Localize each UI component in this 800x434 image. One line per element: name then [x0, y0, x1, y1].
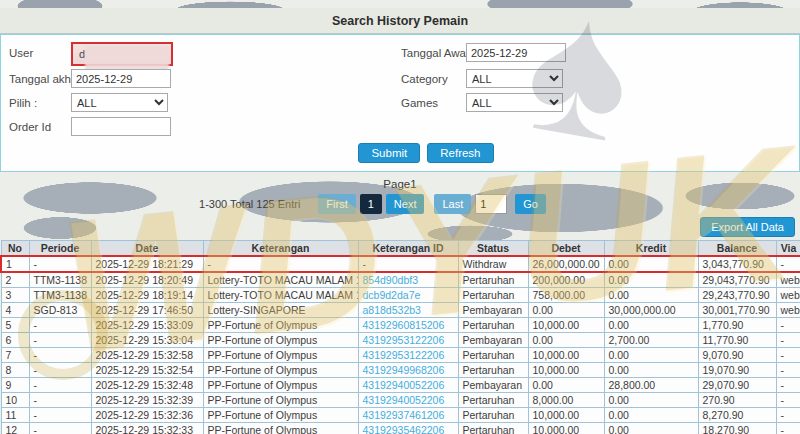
submit-button[interactable]: Submit [358, 143, 420, 163]
cell-periode: - [29, 393, 91, 408]
cell-balance: 3,043,770.90 [698, 256, 776, 272]
cell-balance: 30,001,770.90 [698, 303, 776, 318]
cell-no: 9 [1, 378, 29, 393]
keterangan-id-link[interactable]: dcb9d2da7e [363, 289, 421, 301]
cell-debet: 0.00 [528, 303, 604, 318]
cell-status: Pertaruhan [458, 393, 528, 408]
form-button-row: Submit Refresh [1, 143, 800, 163]
tanggal-awal-label: Tanggal Awal [401, 47, 469, 59]
table-row: 7-2025-12-29 15:32:58PP-Fortune of Olymp… [1, 348, 800, 363]
cell-via: - [776, 333, 800, 348]
pilih-select[interactable]: ALL [71, 93, 168, 112]
column-header-status: Status [458, 241, 528, 257]
cell-no: 2 [1, 272, 29, 288]
last-page-button[interactable]: Last [434, 194, 471, 214]
cell-periode: - [29, 378, 91, 393]
table-row: 9-2025-12-29 15:32:48PP-Fortune of Olymp… [1, 378, 800, 393]
table-row: 11-2025-12-29 15:32:36PP-Fortune of Olym… [1, 408, 800, 423]
cell-kredit: 2,700.00 [604, 333, 698, 348]
cell-status: Pembayaran [458, 333, 528, 348]
cell-debet: 8,000.00 [528, 393, 604, 408]
go-button[interactable]: Go [515, 194, 546, 214]
cell-via: - [776, 378, 800, 393]
category-select[interactable]: ALL [466, 69, 563, 88]
cell-kredit: 0.00 [604, 423, 698, 434]
history-table-body: 1-2025-12-29 18:21:29--Withdraw26,000,00… [1, 256, 800, 434]
keterangan-id-link[interactable]: 43192940052206 [363, 394, 445, 406]
keterangan-id-link[interactable]: 43192960815206 [363, 319, 445, 331]
cell-via: - [776, 256, 800, 272]
cell-date: 2025-12-29 15:32:33 [91, 423, 203, 434]
goto-page-input[interactable] [475, 194, 507, 214]
first-page-button[interactable]: First [318, 194, 355, 214]
tanggal-awal-input[interactable] [466, 43, 566, 62]
refresh-button[interactable]: Refresh [427, 143, 493, 163]
cell-kredit: 0.00 [604, 288, 698, 303]
cell-periode: - [29, 333, 91, 348]
cell-via: - [776, 408, 800, 423]
history-table: NoPeriodeDateKeteranganKeterangan IDStat… [0, 240, 800, 434]
next-page-button[interactable]: Next [386, 194, 425, 214]
cell-kredit: 0.00 [604, 348, 698, 363]
column-header-keterangan_id: Keterangan ID [358, 241, 458, 257]
cell-keterangan_id: 43192953122206 [358, 333, 458, 348]
cell-no: 6 [1, 333, 29, 348]
cell-keterangan_id: 43192937461206 [358, 408, 458, 423]
cell-balance: 11,770.90 [698, 333, 776, 348]
cell-kredit: 0.00 [604, 318, 698, 333]
column-header-via: Via [776, 241, 800, 257]
page-title: Search History Pemain [332, 14, 468, 28]
cell-no: 11 [1, 408, 29, 423]
column-header-keterangan: Keterangan [203, 241, 358, 257]
cell-keterangan: Lottery-TOTO MACAU MALAM 1 [203, 272, 358, 288]
cell-via: - [776, 393, 800, 408]
cell-keterangan: PP-Fortune of Olympus [203, 363, 358, 378]
order-id-input[interactable] [71, 117, 171, 136]
cell-status: Pembayaran [458, 378, 528, 393]
export-all-data-button[interactable]: Export All Data [700, 217, 795, 237]
cell-date: 2025-12-29 17:46:50 [91, 303, 203, 318]
keterangan-id-link[interactable]: 43192953122206 [363, 349, 445, 361]
entries-range-text: 1-300 Total 125 Entri [199, 198, 300, 210]
cell-keterangan_id: a818d532b3 [358, 303, 458, 318]
cell-status: Pertaruhan [458, 288, 528, 303]
cell-keterangan: PP-Fortune of Olympus [203, 378, 358, 393]
cell-balance: 29,043,770.90 [698, 272, 776, 288]
cell-periode: SGD-813 [29, 303, 91, 318]
column-header-no: No [1, 241, 29, 257]
keterangan-id-link[interactable]: 43192935462206 [363, 424, 445, 434]
cell-via: web [776, 272, 800, 288]
cell-keterangan: Lottery-SINGAPORE [203, 303, 358, 318]
keterangan-id-link[interactable]: 43192949968206 [363, 364, 445, 376]
column-header-periode: Periode [29, 241, 91, 257]
cell-debet: 10,000.00 [528, 348, 604, 363]
cell-keterangan: PP-Fortune of Olympus [203, 393, 358, 408]
cell-keterangan: PP-Fortune of Olympus [203, 348, 358, 363]
cell-periode: - [29, 318, 91, 333]
table-row: 5-2025-12-29 15:33:09PP-Fortune of Olymp… [1, 318, 800, 333]
games-select[interactable]: ALL [466, 93, 563, 112]
tanggal-akhir-input[interactable] [71, 69, 171, 88]
cell-periode: - [29, 408, 91, 423]
order-id-label: Order Id [9, 121, 51, 133]
keterangan-id-link[interactable]: 854d90dbf3 [363, 274, 418, 286]
keterangan-id-link[interactable]: a818d532b3 [363, 304, 421, 316]
current-page-button[interactable]: 1 [360, 194, 382, 214]
cell-status: Pertaruhan [458, 408, 528, 423]
cell-kredit: 0.00 [604, 272, 698, 288]
cell-kredit: 0.00 [604, 408, 698, 423]
cell-date: 2025-12-29 15:32:58 [91, 348, 203, 363]
keterangan-id-link[interactable]: 43192940052206 [363, 379, 445, 391]
keterangan-id-link[interactable]: 43192937461206 [363, 409, 445, 421]
cell-no: 3 [1, 288, 29, 303]
cell-kredit: 0.00 [604, 363, 698, 378]
column-header-debet: Debet [528, 241, 604, 257]
keterangan-id-link[interactable]: 43192953122206 [363, 334, 445, 346]
user-input[interactable]: d [71, 42, 173, 66]
cell-debet: 200,000.00 [528, 272, 604, 288]
cell-keterangan_id: - [358, 256, 458, 272]
table-row: 3TTM3-11382025-12-29 18:19:14Lottery-TOT… [1, 288, 800, 303]
cell-via: - [776, 363, 800, 378]
cell-balance: 29,243,770.90 [698, 288, 776, 303]
cell-kredit: 0.00 [604, 393, 698, 408]
